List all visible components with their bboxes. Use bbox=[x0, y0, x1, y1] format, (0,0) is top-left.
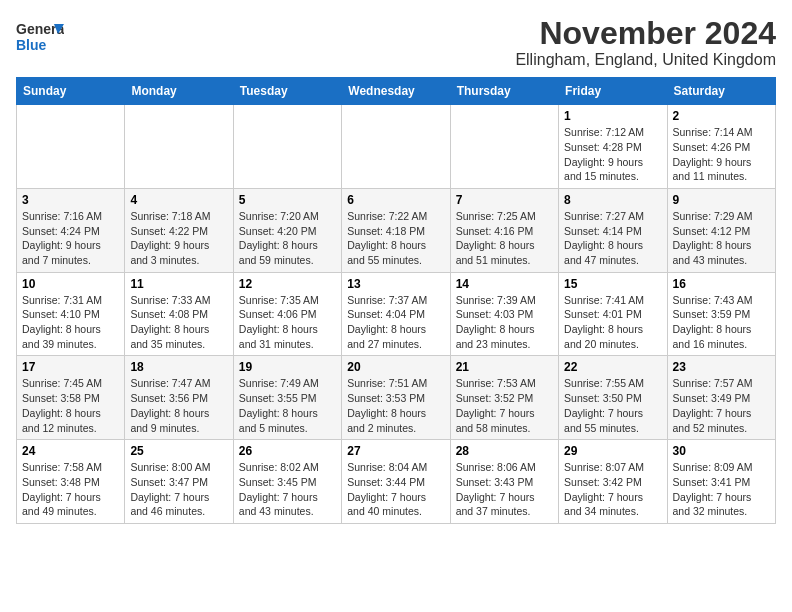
day-number: 11 bbox=[130, 277, 227, 291]
day-number: 20 bbox=[347, 360, 444, 374]
calendar-cell: 9Sunrise: 7:29 AM Sunset: 4:12 PM Daylig… bbox=[667, 188, 775, 272]
day-number: 3 bbox=[22, 193, 119, 207]
day-info: Sunrise: 7:29 AM Sunset: 4:12 PM Dayligh… bbox=[673, 209, 770, 268]
day-number: 10 bbox=[22, 277, 119, 291]
header-cell-saturday: Saturday bbox=[667, 78, 775, 105]
calendar-cell bbox=[125, 105, 233, 189]
day-info: Sunrise: 8:00 AM Sunset: 3:47 PM Dayligh… bbox=[130, 460, 227, 519]
day-number: 29 bbox=[564, 444, 661, 458]
page-title: November 2024 bbox=[515, 16, 776, 51]
title-area: November 2024 Ellingham, England, United… bbox=[515, 16, 776, 69]
day-info: Sunrise: 7:37 AM Sunset: 4:04 PM Dayligh… bbox=[347, 293, 444, 352]
day-number: 19 bbox=[239, 360, 336, 374]
calendar-cell: 27Sunrise: 8:04 AM Sunset: 3:44 PM Dayli… bbox=[342, 440, 450, 524]
day-number: 25 bbox=[130, 444, 227, 458]
day-number: 27 bbox=[347, 444, 444, 458]
day-info: Sunrise: 7:14 AM Sunset: 4:26 PM Dayligh… bbox=[673, 125, 770, 184]
day-info: Sunrise: 7:49 AM Sunset: 3:55 PM Dayligh… bbox=[239, 376, 336, 435]
day-number: 18 bbox=[130, 360, 227, 374]
header-cell-sunday: Sunday bbox=[17, 78, 125, 105]
day-info: Sunrise: 7:22 AM Sunset: 4:18 PM Dayligh… bbox=[347, 209, 444, 268]
day-number: 1 bbox=[564, 109, 661, 123]
day-number: 17 bbox=[22, 360, 119, 374]
calendar-cell: 20Sunrise: 7:51 AM Sunset: 3:53 PM Dayli… bbox=[342, 356, 450, 440]
svg-text:Blue: Blue bbox=[16, 37, 47, 53]
day-info: Sunrise: 7:58 AM Sunset: 3:48 PM Dayligh… bbox=[22, 460, 119, 519]
calendar-cell bbox=[17, 105, 125, 189]
calendar-cell: 11Sunrise: 7:33 AM Sunset: 4:08 PM Dayli… bbox=[125, 272, 233, 356]
day-info: Sunrise: 7:31 AM Sunset: 4:10 PM Dayligh… bbox=[22, 293, 119, 352]
calendar-cell: 28Sunrise: 8:06 AM Sunset: 3:43 PM Dayli… bbox=[450, 440, 558, 524]
day-info: Sunrise: 8:04 AM Sunset: 3:44 PM Dayligh… bbox=[347, 460, 444, 519]
day-info: Sunrise: 7:20 AM Sunset: 4:20 PM Dayligh… bbox=[239, 209, 336, 268]
calendar-table: SundayMondayTuesdayWednesdayThursdayFrid… bbox=[16, 77, 776, 524]
day-info: Sunrise: 7:57 AM Sunset: 3:49 PM Dayligh… bbox=[673, 376, 770, 435]
day-info: Sunrise: 7:25 AM Sunset: 4:16 PM Dayligh… bbox=[456, 209, 553, 268]
day-number: 5 bbox=[239, 193, 336, 207]
day-number: 8 bbox=[564, 193, 661, 207]
calendar-cell: 14Sunrise: 7:39 AM Sunset: 4:03 PM Dayli… bbox=[450, 272, 558, 356]
day-number: 26 bbox=[239, 444, 336, 458]
calendar-cell: 2Sunrise: 7:14 AM Sunset: 4:26 PM Daylig… bbox=[667, 105, 775, 189]
calendar-cell: 8Sunrise: 7:27 AM Sunset: 4:14 PM Daylig… bbox=[559, 188, 667, 272]
calendar-week-2: 10Sunrise: 7:31 AM Sunset: 4:10 PM Dayli… bbox=[17, 272, 776, 356]
calendar-cell: 19Sunrise: 7:49 AM Sunset: 3:55 PM Dayli… bbox=[233, 356, 341, 440]
calendar-cell: 13Sunrise: 7:37 AM Sunset: 4:04 PM Dayli… bbox=[342, 272, 450, 356]
calendar-cell: 10Sunrise: 7:31 AM Sunset: 4:10 PM Dayli… bbox=[17, 272, 125, 356]
calendar-cell bbox=[342, 105, 450, 189]
calendar-cell: 16Sunrise: 7:43 AM Sunset: 3:59 PM Dayli… bbox=[667, 272, 775, 356]
calendar-cell: 4Sunrise: 7:18 AM Sunset: 4:22 PM Daylig… bbox=[125, 188, 233, 272]
day-number: 22 bbox=[564, 360, 661, 374]
logo-icon: General Blue bbox=[16, 16, 64, 60]
day-info: Sunrise: 7:33 AM Sunset: 4:08 PM Dayligh… bbox=[130, 293, 227, 352]
calendar-cell: 26Sunrise: 8:02 AM Sunset: 3:45 PM Dayli… bbox=[233, 440, 341, 524]
calendar-week-4: 24Sunrise: 7:58 AM Sunset: 3:48 PM Dayli… bbox=[17, 440, 776, 524]
day-number: 28 bbox=[456, 444, 553, 458]
page-subtitle: Ellingham, England, United Kingdom bbox=[515, 51, 776, 69]
calendar-week-0: 1Sunrise: 7:12 AM Sunset: 4:28 PM Daylig… bbox=[17, 105, 776, 189]
header-cell-friday: Friday bbox=[559, 78, 667, 105]
header-cell-wednesday: Wednesday bbox=[342, 78, 450, 105]
calendar-cell: 22Sunrise: 7:55 AM Sunset: 3:50 PM Dayli… bbox=[559, 356, 667, 440]
calendar-week-1: 3Sunrise: 7:16 AM Sunset: 4:24 PM Daylig… bbox=[17, 188, 776, 272]
day-number: 15 bbox=[564, 277, 661, 291]
day-info: Sunrise: 7:16 AM Sunset: 4:24 PM Dayligh… bbox=[22, 209, 119, 268]
day-number: 23 bbox=[673, 360, 770, 374]
day-info: Sunrise: 8:02 AM Sunset: 3:45 PM Dayligh… bbox=[239, 460, 336, 519]
day-info: Sunrise: 7:35 AM Sunset: 4:06 PM Dayligh… bbox=[239, 293, 336, 352]
header-cell-monday: Monday bbox=[125, 78, 233, 105]
calendar-cell: 1Sunrise: 7:12 AM Sunset: 4:28 PM Daylig… bbox=[559, 105, 667, 189]
day-number: 4 bbox=[130, 193, 227, 207]
calendar-cell: 5Sunrise: 7:20 AM Sunset: 4:20 PM Daylig… bbox=[233, 188, 341, 272]
day-info: Sunrise: 7:43 AM Sunset: 3:59 PM Dayligh… bbox=[673, 293, 770, 352]
header-cell-thursday: Thursday bbox=[450, 78, 558, 105]
calendar-cell: 30Sunrise: 8:09 AM Sunset: 3:41 PM Dayli… bbox=[667, 440, 775, 524]
calendar-cell: 3Sunrise: 7:16 AM Sunset: 4:24 PM Daylig… bbox=[17, 188, 125, 272]
header-cell-tuesday: Tuesday bbox=[233, 78, 341, 105]
calendar-cell: 24Sunrise: 7:58 AM Sunset: 3:48 PM Dayli… bbox=[17, 440, 125, 524]
calendar-header-row: SundayMondayTuesdayWednesdayThursdayFrid… bbox=[17, 78, 776, 105]
logo: General Blue bbox=[16, 16, 64, 60]
day-number: 21 bbox=[456, 360, 553, 374]
day-info: Sunrise: 7:12 AM Sunset: 4:28 PM Dayligh… bbox=[564, 125, 661, 184]
day-info: Sunrise: 7:51 AM Sunset: 3:53 PM Dayligh… bbox=[347, 376, 444, 435]
day-number: 13 bbox=[347, 277, 444, 291]
day-info: Sunrise: 7:18 AM Sunset: 4:22 PM Dayligh… bbox=[130, 209, 227, 268]
day-info: Sunrise: 7:47 AM Sunset: 3:56 PM Dayligh… bbox=[130, 376, 227, 435]
day-info: Sunrise: 7:55 AM Sunset: 3:50 PM Dayligh… bbox=[564, 376, 661, 435]
day-number: 6 bbox=[347, 193, 444, 207]
calendar-week-3: 17Sunrise: 7:45 AM Sunset: 3:58 PM Dayli… bbox=[17, 356, 776, 440]
day-number: 2 bbox=[673, 109, 770, 123]
calendar-cell: 23Sunrise: 7:57 AM Sunset: 3:49 PM Dayli… bbox=[667, 356, 775, 440]
calendar-cell bbox=[233, 105, 341, 189]
day-number: 30 bbox=[673, 444, 770, 458]
day-info: Sunrise: 7:53 AM Sunset: 3:52 PM Dayligh… bbox=[456, 376, 553, 435]
calendar-cell: 7Sunrise: 7:25 AM Sunset: 4:16 PM Daylig… bbox=[450, 188, 558, 272]
calendar-cell: 6Sunrise: 7:22 AM Sunset: 4:18 PM Daylig… bbox=[342, 188, 450, 272]
day-info: Sunrise: 8:06 AM Sunset: 3:43 PM Dayligh… bbox=[456, 460, 553, 519]
calendar-cell: 18Sunrise: 7:47 AM Sunset: 3:56 PM Dayli… bbox=[125, 356, 233, 440]
day-number: 24 bbox=[22, 444, 119, 458]
day-info: Sunrise: 7:27 AM Sunset: 4:14 PM Dayligh… bbox=[564, 209, 661, 268]
calendar-cell bbox=[450, 105, 558, 189]
day-number: 7 bbox=[456, 193, 553, 207]
